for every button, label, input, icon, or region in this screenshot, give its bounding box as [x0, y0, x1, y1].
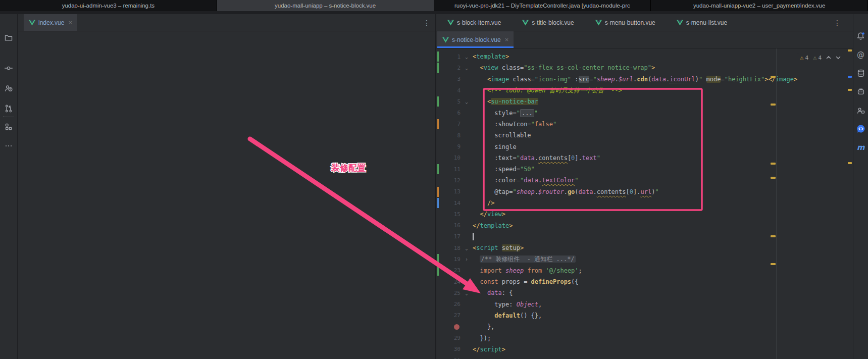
structure-icon[interactable]	[3, 121, 14, 132]
window-tab[interactable]: ruoyi-vue-pro-jdk21 – DiyTemplateControl…	[434, 0, 651, 11]
vue-logo-icon	[595, 20, 602, 26]
kebab-menu-icon[interactable]: ⋮	[834, 14, 841, 31]
tab-label: index.vue	[38, 19, 64, 26]
ide-window: yudao-ui-admin-vue3 – remaining.tsyudao-…	[0, 0, 868, 359]
code-line: 1⌄<template>	[436, 51, 853, 62]
fold-arrow-icon[interactable]: ⌄	[461, 290, 473, 296]
window-tab-bar: yudao-ui-admin-vue3 – remaining.tsyudao-…	[0, 0, 868, 11]
code-line: 31	[436, 355, 853, 359]
code-line: 19› /** 装修组件 - 通知栏 ...*/	[436, 253, 853, 265]
tab-s-menu-button-vue[interactable]: s-menu-button.vue	[590, 14, 660, 31]
fold-arrow-icon[interactable]: ⌄	[461, 245, 473, 251]
fold-arrow-icon[interactable]: ›	[461, 257, 473, 262]
m-plugin-icon[interactable]: m	[855, 142, 866, 153]
right-code-editor[interactable]: 1⌄<template>2⌄ <view class="ss-flex ss-c…	[436, 48, 853, 359]
code-line: 7 :showIcon="false"	[436, 119, 853, 130]
stripe-divider	[3, 116, 14, 117]
code-line: 11 :speed="50"	[436, 164, 853, 175]
code-line: 5⌄ <su-notice-bar	[436, 96, 853, 107]
next-problem-chevron-icon[interactable]	[836, 55, 841, 61]
pull-request-icon[interactable]	[3, 103, 14, 114]
window-tab[interactable]: yudao-mall-uniapp – s-notice-block.vue	[217, 0, 434, 11]
tab-s-block-item-vue[interactable]: s-block-item.vue	[442, 14, 506, 31]
right-code-lines: 1⌄<template>2⌄ <view class="ss-flex ss-c…	[436, 51, 853, 359]
tab-s-title-block-vue[interactable]: s-title-block.vue	[517, 14, 579, 31]
code-line: 10 :text="data.contents[0].text"	[436, 152, 853, 164]
robot-icon[interactable]	[855, 86, 866, 97]
code-line: 28 },	[436, 321, 853, 332]
code-line: 12 :color="data.textColor"	[436, 175, 853, 186]
code-line: 3 <image class="icon-img" :src="sheep.$u…	[436, 74, 853, 85]
right-editor-tabbar-row1: s-block-item.vues-title-block.vues-menu-…	[436, 14, 853, 31]
fold-arrow-icon[interactable]: ⌄	[461, 65, 473, 71]
commit-icon[interactable]	[3, 63, 14, 74]
ai-assistant-icon[interactable]: @	[855, 49, 866, 60]
code-line: 15 </view>	[436, 209, 853, 220]
code-line: 13 @tap="sheep.$router.go(data.contents[…	[436, 186, 853, 197]
tab-index-vue[interactable]: index.vue ×	[24, 14, 77, 31]
close-icon[interactable]: ×	[505, 36, 509, 43]
right-tool-stripe: @ m	[853, 14, 868, 359]
left-editor-tabbar: index.vue × ⋮	[18, 14, 435, 31]
code-line: 4 <!-- todo: @owen 暂时只支持一个公告 -->	[436, 85, 853, 96]
code-line: 18⌄<script setup>	[436, 242, 853, 253]
vue-logo-icon	[677, 20, 683, 26]
fold-arrow-icon[interactable]: ⌄	[461, 54, 473, 60]
right-editor-tabbar-row2: s-notice-block.vue ×	[436, 31, 853, 48]
tab-s-notice-block-vue[interactable]: s-notice-block.vue ×	[437, 31, 514, 48]
people-chat-icon[interactable]	[855, 105, 866, 116]
code-line: 25⌄ data: {	[436, 287, 853, 298]
vue-logo-icon	[442, 37, 449, 43]
weak-warning-icon: ⚠	[813, 54, 816, 61]
prev-problem-chevron-icon[interactable]	[826, 55, 831, 61]
left-tool-stripe	[0, 14, 18, 359]
vue-logo-icon	[447, 20, 454, 26]
tab-s-menu-list-vue[interactable]: s-menu-list.vue	[672, 14, 732, 31]
right-inspections-widget[interactable]: ⚠4 ⚠4	[797, 53, 844, 62]
code-line: 9 single	[436, 141, 853, 152]
vue-logo-icon	[29, 20, 35, 26]
more-icon[interactable]	[3, 140, 14, 151]
code-line: 29 });	[436, 332, 853, 343]
code-chat-icon[interactable]	[855, 123, 866, 134]
code-line: 30</script>	[436, 344, 853, 355]
folder-icon[interactable]	[3, 32, 14, 43]
code-line: 2⌄ <view class="ss-flex ss-col-center no…	[436, 62, 853, 73]
right-editor-pane: s-block-item.vues-title-block.vues-menu-…	[436, 14, 853, 359]
code-line: 27 default() {},	[436, 310, 853, 321]
tab-label: s-notice-block.vue	[452, 36, 501, 43]
code-line: 24 const props = defineProps({	[436, 276, 853, 287]
code-line: 26 type: Object,	[436, 299, 853, 310]
code-line: 14 />	[436, 197, 853, 209]
bell-icon[interactable]	[855, 30, 866, 41]
code-line: 17	[436, 231, 853, 242]
window-tab[interactable]: yudao-mall-uniapp-vue2 – user_payment/in…	[651, 0, 868, 11]
code-line: 6 style="..."	[436, 107, 853, 118]
left-editor-pane: index.vue × ⋮ 1<!-- 首页，支持店铺装修 -->2<templ…	[18, 14, 435, 359]
active-tab-indicator	[437, 46, 514, 48]
warning-icon: ⚠	[800, 54, 803, 61]
kebab-menu-icon[interactable]: ⋮	[423, 14, 430, 31]
code-line: 8 scrollable	[436, 130, 853, 141]
vue-logo-icon	[522, 20, 529, 26]
window-tab[interactable]: yudao-ui-admin-vue3 – remaining.ts	[0, 0, 217, 11]
breakpoint-icon: 28	[440, 324, 461, 330]
text-caret	[473, 233, 474, 240]
code-line: 16</template>	[436, 220, 853, 231]
users-help-icon[interactable]	[3, 83, 14, 94]
fold-arrow-icon[interactable]: ⌄	[461, 99, 473, 105]
code-line: 23 import sheep from '@/sheep';	[436, 265, 853, 276]
database-icon[interactable]	[855, 68, 866, 79]
close-icon[interactable]: ×	[68, 19, 72, 26]
